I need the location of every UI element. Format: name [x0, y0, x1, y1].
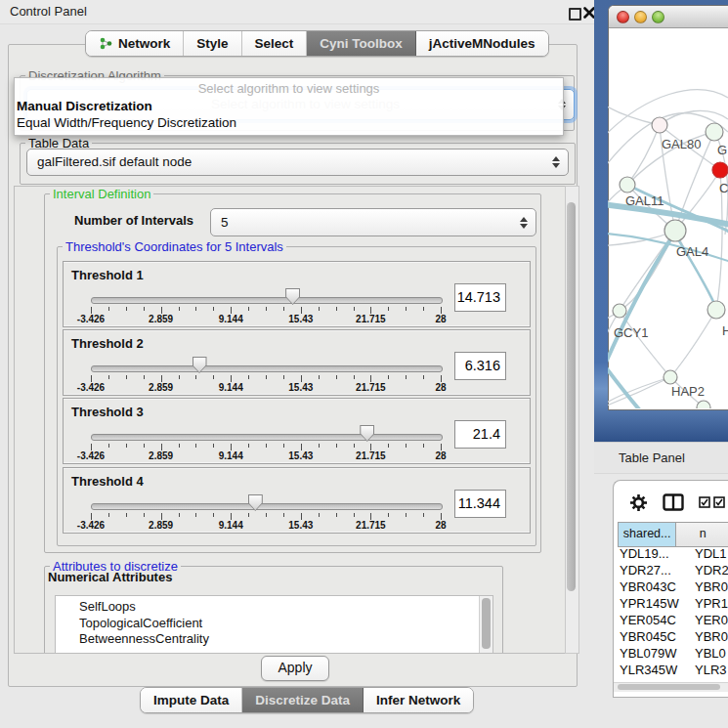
tab-label-network: Network	[118, 36, 170, 51]
table-row[interactable]: YBL079WYBL0	[618, 645, 728, 662]
threshold-slider-track[interactable]	[91, 503, 443, 510]
tab-jactivemnodules[interactable]: jActiveMNodules	[416, 31, 548, 56]
threshold-value-field[interactable]: 21.4	[454, 420, 506, 449]
slider-tick-labels: -3.4262.8599.14415.4321.71528	[91, 450, 441, 461]
tab-cyni-toolbox[interactable]: Cyni Toolbox	[307, 31, 416, 56]
tick-label: 2.859	[149, 314, 173, 324]
cell-name: YPR1	[693, 595, 728, 612]
network-node[interactable]	[620, 177, 635, 193]
slider-tick-labels: -3.4262.8599.14415.4321.71528	[91, 314, 441, 324]
threshold-slider-track[interactable]	[91, 434, 443, 441]
popup-item-manual-discretization[interactable]: Manual Discretization	[17, 99, 152, 113]
network-edge-highlighted[interactable]	[608, 352, 653, 408]
tab-impute-data[interactable]: Impute Data	[141, 688, 242, 712]
application-window: Control Panel NetworkStyleSelectCyni Too…	[0, 0, 728, 728]
table-row[interactable]: YDR27...YDR2	[618, 562, 728, 578]
tick-label: 28	[435, 314, 446, 324]
slider-tick-labels: -3.4262.8599.14415.4321.71528	[91, 382, 441, 393]
attributes-list-scrollbar[interactable]	[479, 596, 492, 653]
tick-label: 21.715	[356, 314, 386, 324]
column-header-name[interactable]: n	[676, 523, 728, 546]
tab-network[interactable]: Network	[86, 31, 184, 56]
network-node[interactable]	[697, 401, 710, 408]
number-of-intervals-combo[interactable]: 5	[210, 208, 536, 236]
network-window-titlebar[interactable]	[609, 6, 728, 28]
numerical-attributes-list[interactable]: SelfLoopsTopologicalCoefficientBetweenne…	[55, 595, 493, 654]
table-row[interactable]: YDL19...YDL1	[618, 545, 728, 562]
number-of-intervals-value: 5	[211, 209, 535, 236]
network-node-label-c: C	[719, 181, 728, 195]
attribute-list-item-betweennesscentrality[interactable]: BetweennessCentrality	[56, 631, 492, 648]
cell-shared-name: YDL19...	[618, 545, 693, 562]
attribute-list-item-topologicalcoefficient[interactable]: TopologicalCoefficient	[56, 616, 492, 632]
network-node-label-hap2: HAP2	[671, 384, 705, 399]
column-header-shared-name[interactable]: shared...	[618, 523, 676, 546]
tab-infer-network[interactable]: Infer Network	[364, 688, 473, 712]
apply-button[interactable]: Apply	[261, 656, 329, 681]
table-header-row: shared... n	[618, 522, 728, 547]
network-edge[interactable]	[627, 125, 660, 185]
network-node[interactable]	[664, 370, 677, 384]
table-row[interactable]: YER054CYER0	[618, 612, 728, 628]
tab-discretize-data[interactable]: Discretize Data	[242, 688, 364, 712]
network-node[interactable]	[707, 301, 725, 319]
cell-name: YBR0	[693, 628, 728, 645]
close-traffic-light-icon[interactable]	[617, 11, 629, 23]
checkbox-icon[interactable]	[713, 496, 725, 508]
table-row[interactable]: YPR145WYPR1	[618, 595, 728, 612]
thresholds-group-title: Threshold's Coordinates for 5 Intervals	[63, 239, 286, 254]
settings-scroll-area: Interval Definition Number of Intervals …	[14, 186, 566, 654]
network-edge-highlighted[interactable]	[608, 233, 675, 371]
float-window-icon[interactable]	[569, 8, 581, 21]
table-row[interactable]: YLR345WYLR3	[618, 662, 728, 678]
cell-shared-name: YER054C	[618, 612, 693, 628]
top-tab-bar: NetworkStyleSelectCyni ToolboxjActiveMNo…	[85, 30, 549, 57]
network-edge[interactable]	[660, 110, 728, 125]
algorithm-dropdown-popup: Select algorithm to view settings Manual…	[14, 77, 564, 136]
threshold-slider-track[interactable]	[91, 297, 443, 304]
network-canvas[interactable]: GAL80GCGAL11GAL4GCY1HHAP2	[608, 26, 728, 408]
network-node[interactable]	[664, 220, 686, 241]
threshold-value-field[interactable]: 6.316	[454, 352, 506, 380]
table-horizontal-scrollbar[interactable]	[614, 682, 728, 692]
zoom-traffic-light-icon[interactable]	[652, 11, 664, 23]
network-node-label-h: H	[722, 323, 728, 338]
network-edge[interactable]	[670, 310, 716, 377]
combo-stepper-icon	[552, 156, 560, 168]
minimize-traffic-light-icon[interactable]	[634, 11, 647, 23]
tick-label: 21.715	[356, 520, 386, 531]
tick-label: 2.859	[149, 450, 173, 461]
threshold-value-field[interactable]: 11.344	[454, 490, 506, 518]
tick-label: 9.144	[219, 314, 243, 324]
slider-tick-labels: -3.4262.8599.14415.4321.71528	[91, 520, 441, 531]
table-row[interactable]: YBR043CYBR0	[618, 578, 728, 595]
tick-label: -3.426	[77, 450, 105, 461]
tab-select[interactable]: Select	[242, 31, 308, 56]
tick-label: 28	[435, 382, 446, 393]
network-node[interactable]	[712, 162, 728, 178]
table-panel: shared... n YDL19...YDL1YDR27...YDR2YBR0…	[613, 480, 728, 698]
network-node[interactable]	[706, 123, 723, 141]
split-view-icon[interactable]	[663, 493, 684, 511]
tab-label-cyni-toolbox: Cyni Toolbox	[320, 36, 403, 51]
threshold-panel-1: Threshold 1-3.4262.8599.14415.4321.71528…	[63, 261, 531, 327]
tick-label: 9.144	[219, 520, 243, 531]
threshold-slider-track[interactable]	[91, 365, 443, 372]
settings-scrollbar[interactable]	[565, 186, 579, 654]
cell-name: YBL0	[693, 645, 726, 662]
cell-name: YER0	[693, 612, 728, 628]
attribute-list-item-selfloops[interactable]: SelfLoops	[56, 599, 492, 616]
tab-style[interactable]: Style	[184, 31, 241, 56]
tab-label-select: Select	[255, 36, 294, 51]
cell-shared-name: YBR045C	[618, 628, 693, 645]
popup-item-equal-width-frequency[interactable]: Equal Width/Frequency Discretization	[17, 115, 236, 130]
checkbox-icon[interactable]	[699, 496, 710, 508]
tick-label: 15.43	[288, 520, 313, 531]
network-node[interactable]	[652, 117, 667, 133]
network-node[interactable]	[613, 304, 626, 318]
table-row[interactable]: YBR045CYBR0	[618, 628, 728, 645]
gear-icon[interactable]	[629, 493, 648, 512]
table-data-combo[interactable]: galFiltered.sif default node	[26, 149, 569, 176]
cell-name: YLR3	[693, 662, 727, 678]
threshold-value-field[interactable]: 14.713	[454, 283, 506, 312]
